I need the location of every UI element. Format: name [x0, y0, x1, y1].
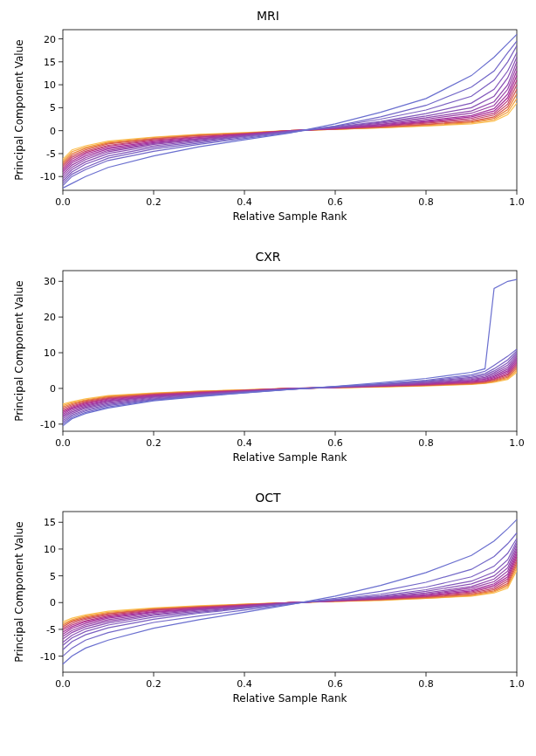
- svg-text:0.2: 0.2: [146, 678, 161, 690]
- svg-text:10: 10: [44, 347, 56, 359]
- svg-text:10: 10: [44, 79, 56, 91]
- svg-text:-10: -10: [40, 651, 56, 663]
- svg-text:1.0: 1.0: [509, 437, 525, 449]
- svg-rect-29: [63, 271, 517, 431]
- panel-oct: OCT 0.00.20.40.60.81.0-10-5051015Relativ…: [9, 491, 527, 707]
- svg-text:5: 5: [50, 102, 56, 113]
- svg-text:Relative Sample Rank: Relative Sample Rank: [233, 692, 347, 704]
- panel-mri: MRI 0.00.20.40.60.81.0-10-505101520Relat…: [9, 9, 527, 225]
- svg-text:30: 30: [44, 276, 56, 287]
- svg-text:0.2: 0.2: [146, 437, 161, 449]
- svg-text:0.0: 0.0: [55, 678, 71, 690]
- svg-text:Principal Component Value: Principal Component Value: [13, 521, 25, 662]
- svg-text:Principal Component Value: Principal Component Value: [13, 280, 25, 421]
- svg-text:Principal Component Value: Principal Component Value: [13, 39, 25, 180]
- figure: MRI 0.00.20.40.60.81.0-10-505101520Relat…: [9, 9, 527, 707]
- svg-text:5: 5: [50, 571, 56, 582]
- svg-text:1.0: 1.0: [509, 678, 525, 690]
- svg-text:15: 15: [44, 57, 56, 68]
- svg-text:20: 20: [44, 312, 56, 323]
- chart-oct: 0.00.20.40.60.81.0-10-5051015Relative Sa…: [9, 506, 527, 707]
- svg-text:0.8: 0.8: [418, 196, 434, 208]
- svg-text:0.4: 0.4: [237, 437, 252, 449]
- svg-text:1.0: 1.0: [509, 196, 525, 208]
- svg-text:15: 15: [44, 517, 56, 528]
- svg-text:-5: -5: [46, 148, 56, 160]
- svg-text:0: 0: [50, 126, 56, 137]
- svg-text:0.6: 0.6: [327, 437, 343, 449]
- svg-text:0.6: 0.6: [327, 678, 343, 690]
- svg-text:Relative Sample Rank: Relative Sample Rank: [233, 210, 347, 223]
- svg-text:0.4: 0.4: [237, 196, 252, 208]
- svg-text:-10: -10: [40, 419, 56, 430]
- svg-text:-5: -5: [46, 624, 56, 636]
- svg-text:10: 10: [44, 544, 56, 555]
- panel-cxr: CXR 0.00.20.40.60.81.0-100102030Relative…: [9, 250, 527, 466]
- chart-title-mri: MRI: [9, 9, 527, 23]
- svg-text:0.6: 0.6: [327, 196, 343, 208]
- svg-text:-10: -10: [40, 171, 56, 182]
- svg-text:0.0: 0.0: [55, 196, 71, 208]
- chart-title-cxr: CXR: [9, 250, 527, 264]
- svg-rect-0: [63, 30, 517, 190]
- svg-text:0: 0: [50, 383, 56, 395]
- svg-text:0.8: 0.8: [418, 678, 434, 690]
- chart-cxr: 0.00.20.40.60.81.0-100102030Relative Sam…: [9, 265, 527, 466]
- svg-text:0.2: 0.2: [146, 196, 161, 208]
- svg-text:0.0: 0.0: [55, 437, 71, 449]
- svg-text:20: 20: [44, 34, 56, 45]
- svg-text:0: 0: [50, 597, 56, 608]
- svg-text:0.4: 0.4: [237, 678, 252, 690]
- svg-text:Relative Sample Rank: Relative Sample Rank: [233, 451, 347, 464]
- chart-mri: 0.00.20.40.60.81.0-10-505101520Relative …: [9, 24, 527, 225]
- chart-title-oct: OCT: [9, 491, 527, 505]
- svg-text:0.8: 0.8: [418, 437, 434, 449]
